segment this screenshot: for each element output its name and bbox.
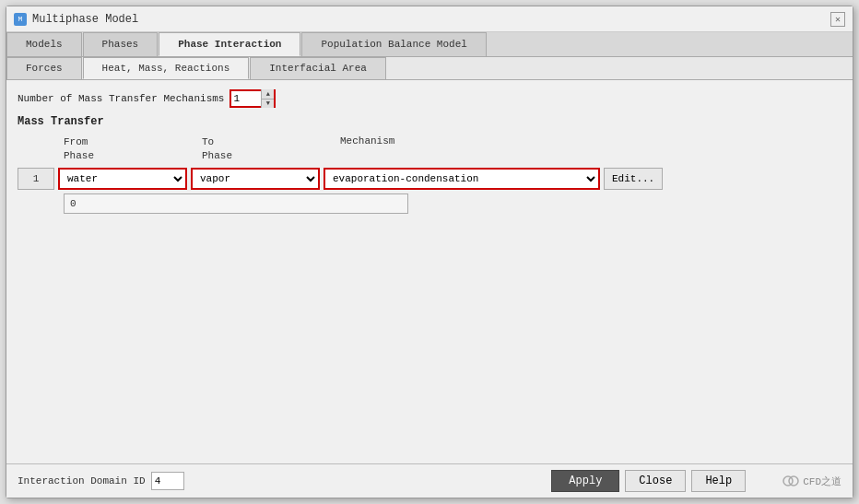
num-mechanisms-spinner[interactable]: ▲ ▼: [229, 89, 276, 108]
header-to-phase: ToPhase: [202, 135, 340, 164]
main-window: M Multiphase Model ✕ Models Phases Phase…: [6, 6, 853, 498]
spinner-down[interactable]: ▼: [261, 100, 274, 109]
top-tabs: Models Phases Phase Interaction Populati…: [6, 32, 853, 57]
watermark-icon: [783, 475, 799, 487]
from-phase-select[interactable]: water vapor: [60, 170, 185, 188]
watermark-text: CFD之道: [803, 475, 841, 488]
sub-tabs: Forces Heat, Mass, Reactions Interfacial…: [6, 57, 853, 80]
mass-transfer-header: FromPhase ToPhase Mechanism: [64, 135, 841, 164]
section-title: Mass Transfer: [18, 115, 841, 128]
spinner-arrows: ▲ ▼: [261, 89, 274, 108]
to-phase-dropdown[interactable]: vapor water: [191, 168, 320, 190]
edit-button[interactable]: Edit...: [604, 168, 663, 190]
watermark: CFD之道: [783, 475, 841, 488]
num-mechanisms-row: Number of Mass Transfer Mechanisms ▲ ▼: [18, 89, 841, 108]
title-bar-left: M Multiphase Model: [14, 13, 138, 26]
spinner-up[interactable]: ▲: [261, 89, 274, 100]
apply-button[interactable]: Apply: [551, 470, 619, 492]
tab-interfacial-area[interactable]: Interfacial Area: [250, 57, 386, 79]
content-area: Number of Mass Transfer Mechanisms ▲ ▼ M…: [6, 80, 853, 463]
bottom-bar: Interaction Domain ID Apply Close Help C…: [6, 463, 853, 498]
from-phase-dropdown[interactable]: water vapor: [58, 168, 187, 190]
help-button[interactable]: Help: [691, 470, 746, 492]
title-bar: M Multiphase Model ✕: [6, 6, 853, 32]
mechanism-dropdown[interactable]: evaporation-condensation: [324, 168, 600, 190]
tab-phases[interactable]: Phases: [83, 32, 159, 56]
domain-id-label: Interaction Domain ID: [18, 475, 146, 486]
window-title: Multiphase Model: [32, 13, 138, 26]
tab-population-balance[interactable]: Population Balance Model: [301, 32, 486, 56]
close-window-button[interactable]: ✕: [830, 12, 845, 27]
close-button[interactable]: Close: [625, 470, 686, 492]
svg-point-1: [789, 476, 798, 486]
header-from-phase: FromPhase: [64, 135, 202, 164]
row-number: 1: [18, 168, 54, 190]
to-phase-select[interactable]: vapor water: [193, 170, 318, 188]
tab-phase-interaction[interactable]: Phase Interaction: [159, 32, 300, 56]
header-mechanism: Mechanism: [340, 135, 841, 164]
sub-value-box: 0: [64, 193, 408, 214]
domain-id-row: Interaction Domain ID: [18, 472, 184, 490]
num-mechanisms-input[interactable]: [231, 92, 261, 105]
tab-heat-mass-reactions[interactable]: Heat, Mass, Reactions: [83, 57, 250, 79]
tab-models[interactable]: Models: [6, 32, 82, 56]
action-buttons: Apply Close Help: [551, 470, 746, 492]
mass-transfer-row: 1 water vapor vapor water evaporation-co…: [18, 168, 841, 190]
num-mechanisms-label: Number of Mass Transfer Mechanisms: [18, 93, 224, 104]
sub-value-row: 0: [64, 193, 841, 214]
mechanism-select[interactable]: evaporation-condensation: [325, 170, 598, 188]
domain-id-input[interactable]: [151, 472, 184, 490]
tab-forces[interactable]: Forces: [6, 57, 82, 79]
app-icon: M: [14, 13, 27, 26]
